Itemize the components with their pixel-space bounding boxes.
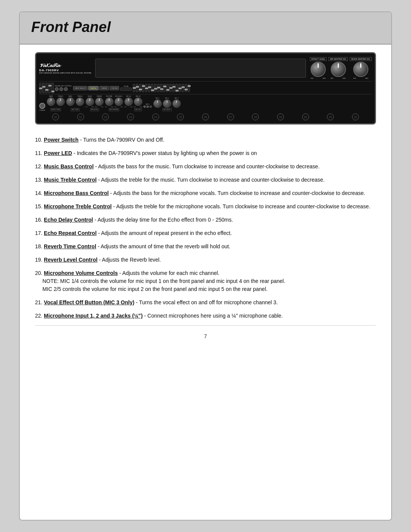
slider-17	[166, 84, 169, 92]
item-desc: - Connect microphones here using a ¼" mi…	[143, 313, 283, 319]
device-display	[95, 59, 306, 78]
item-number: 18.	[35, 243, 44, 249]
callout-numbers: 10 11 12 13 14 15 16 17 18 19 20 21 22	[39, 112, 372, 120]
mic-reverb-section: REV•TIME MINMAX REV•LEVEL MINMAX MIC REV…	[105, 96, 123, 111]
mic-treble-knob	[76, 97, 84, 106]
item-number: 12.	[35, 163, 44, 169]
mic25-ctrl: MIC 2/5 MINMAX	[134, 96, 142, 108]
echo-repeat-ctrl: REPEAT MINMAX	[95, 96, 104, 108]
echo-delay-knob	[86, 97, 94, 106]
list-item: 11. Power LED - Indicates the DA-7909RV'…	[35, 149, 376, 157]
cancel-btn: CANCEL	[88, 86, 98, 90]
power-button[interactable]	[39, 103, 45, 109]
t-mode-btn: T-MODE	[99, 86, 109, 90]
slider-3	[45, 83, 48, 93]
slider-20	[175, 84, 178, 92]
item-desc: - Adjusts the treble for the microphone …	[112, 203, 370, 209]
item-term: Power LED	[44, 150, 72, 156]
music-master-vol-label: MUSIC MASTER VOL	[350, 57, 372, 61]
music-master-vol-section: MUSIC MASTER VOL MIN MAX	[350, 57, 372, 79]
item-number: 16.	[35, 217, 44, 223]
digital-key-controls: DIGITAL KEY CONTROL	[55, 85, 72, 91]
slider-12	[151, 84, 153, 92]
mic1-knob	[153, 99, 162, 108]
effect-level-knob	[311, 62, 326, 77]
mic-bass-ctrl: BASS -+	[66, 96, 75, 108]
item-term: Microphone Input 1, 2 and 3 Jacks (¼")	[44, 313, 142, 319]
list-item: 14. Microphone Bass Control - Adjusts th…	[35, 189, 376, 197]
key-btn-1	[55, 87, 59, 91]
slider-21	[178, 84, 181, 92]
item-number: 22.	[35, 313, 44, 319]
page-number: 7	[204, 333, 207, 339]
music-treble-ctrl: TREBLE -+	[56, 96, 65, 108]
music-tone-section: BASS -+ TREBLE -+ MUSIC TONE	[47, 96, 65, 111]
item-desc: - Indicates the DA-7909RV's power status…	[72, 150, 257, 156]
item-number: 14.	[35, 190, 44, 196]
item-desc: - Turns the DA-7909RV On and Off.	[78, 137, 164, 143]
slider-19	[172, 84, 175, 92]
item-number: 20.	[35, 270, 44, 276]
list-item: 13. Music Treble Control - Adjusts the t…	[35, 176, 376, 184]
reverb-time-knob	[105, 97, 113, 106]
item-term: Music Bass Control	[44, 163, 94, 169]
item-number: 17.	[35, 230, 44, 236]
slider-23	[185, 84, 187, 92]
list-item: 16. Echo Delay Control - Adjusts the del…	[35, 216, 376, 224]
music-master-vol-knob	[353, 62, 368, 77]
mic-treble-ctrl: TREBLE -+	[76, 96, 84, 108]
item-term: Microphone Treble Control	[44, 203, 112, 209]
slider-5	[51, 83, 54, 93]
callout-10: 10	[52, 113, 59, 120]
callout-12: 12	[102, 113, 109, 120]
item-desc: - Adjusts the bass for the microphone vo…	[109, 190, 365, 196]
slider-14	[157, 84, 159, 92]
power-group: POWER	[39, 103, 45, 111]
mic2-knob	[163, 99, 171, 108]
item-term: Reverb Time Control	[44, 243, 96, 249]
item-desc: - Adjusts the delay time for the Echo ef…	[93, 217, 233, 223]
key-btn-2	[59, 87, 63, 91]
slider-15	[160, 84, 162, 92]
reverb-level-ctrl: REV•LEVEL MINMAX	[115, 96, 123, 108]
list-item: 15. Microphone Treble Control - Adjusts …	[35, 203, 376, 211]
mic-echo-section: DELAY MINMAX REPEAT MINMAX MIC ECHO	[86, 96, 104, 111]
slider-6	[133, 84, 135, 92]
device-header: 𝒱𝓪𝓚𝓪𝒯𝓲𝓪 DA-7909RV DSP KARAOKE MIXING AMP…	[39, 57, 372, 79]
vocal-area: VOCAL	[120, 85, 132, 91]
list-item: 20. Microphone Volume Controls - Adjusts…	[35, 269, 376, 293]
item-number: 10.	[35, 137, 44, 143]
title-bar: Front Panel	[20, 12, 391, 45]
device-brand-area: 𝒱𝓪𝓚𝓪𝒯𝓲𝓪 DA-7909RV DSP KARAOKE MIXING AMP…	[39, 62, 91, 74]
music-bass-ctrl: BASS -+	[47, 96, 55, 108]
reverb-level-knob	[115, 97, 123, 106]
page-number-area: 7	[35, 325, 376, 343]
slider-4	[48, 83, 51, 93]
item-term: Microphone Volume Controls	[44, 270, 118, 276]
music-treble-knob	[56, 97, 65, 106]
page-title: Front Panel	[31, 19, 380, 35]
mic-bass-knob	[66, 97, 75, 106]
mic2-ctrl: MIC 2	[163, 97, 171, 108]
device-illustration: 𝒱𝓪𝓚𝓪𝒯𝓲𝓪 DA-7909RV DSP KARAOKE MIXING AMP…	[35, 52, 376, 125]
callout-11: 11	[77, 113, 84, 120]
callout-15: 15	[177, 113, 184, 120]
mic-master-vol-label: MIC MASTER VOL	[328, 57, 348, 61]
mic-tone-section: BASS -+ TREBLE -+ MIC TONE	[66, 96, 84, 111]
description-list: 10. Power Switch - Turns the DA-7909RV O…	[35, 136, 376, 320]
list-item: 19. Reverb Level Control - Adjusts the R…	[35, 256, 376, 264]
sliders-right	[133, 84, 372, 92]
slider-16	[163, 84, 166, 92]
effect-level-section: EFFECT LEVEL MIN MAX	[310, 57, 327, 79]
page-container: Front Panel 𝒱𝓪𝓚𝓪𝒯𝓲𝓪 DA-7909RV DSP KARAOK…	[19, 11, 392, 521]
callout-22: 22	[352, 113, 359, 120]
item-number: 13.	[35, 177, 44, 183]
slider-8	[139, 84, 141, 92]
item-term: Vocal Effect Off Button (MIC 3 Only)	[44, 299, 134, 305]
slider-7	[136, 84, 138, 92]
item-term: Reverb Level Control	[44, 257, 97, 263]
mic25-knob	[134, 97, 142, 106]
item-desc: - Adjusts the amount of repeat present i…	[97, 230, 232, 236]
mic-master-vol-section: MIC MASTER VOL MIN MAX	[328, 57, 348, 79]
input-select-btn: INPUT SELECT	[73, 86, 88, 90]
